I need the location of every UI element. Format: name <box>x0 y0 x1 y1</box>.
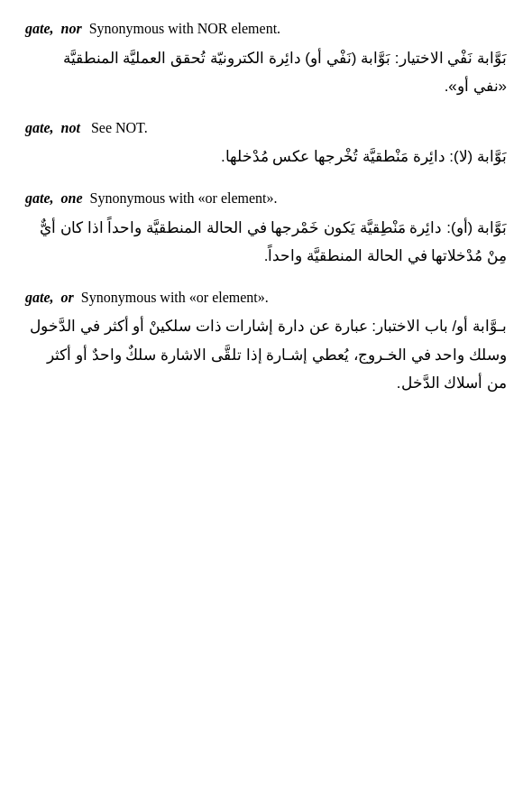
entry-header-gate-one: gate, one Synonymous with «or element». <box>25 188 507 210</box>
term2-gate-not: not <box>58 120 80 135</box>
arabic-gate-one: بَوَّابة (أو): دائِرة مَنْطِقيَّة يَكون … <box>25 214 507 271</box>
dictionary-page: gate, nor Synonymous with NOR element. ب… <box>25 18 507 398</box>
term2-gate-or: or <box>58 290 74 305</box>
definition-en-gate-nor: Synonymous with NOR element. <box>86 21 280 36</box>
term2-gate-nor: nor <box>58 21 82 36</box>
term-gate-not: gate, <box>25 120 54 135</box>
entry-gate-not: gate, not See NOT. بَوَّابة (لا): دائِرة… <box>25 117 507 171</box>
arabic-gate-not: بَوَّابة (لا): دائِرة مَنْطقيَّة تُخْرجه… <box>25 143 507 171</box>
entry-gate-one: gate, one Synonymous with «or element». … <box>25 188 507 271</box>
term-gate-one: gate, <box>25 190 54 206</box>
entry-header-gate-nor: gate, nor Synonymous with NOR element. <box>25 18 507 41</box>
entry-gate-nor: gate, nor Synonymous with NOR element. ب… <box>25 18 507 101</box>
definition-en-gate-one: Synonymous with «or element». <box>87 190 278 206</box>
definition-en-gate-not: See NOT. <box>84 120 148 135</box>
entry-gate-or: gate, or Synonymous with «or element». ب… <box>25 287 507 398</box>
entry-header-gate-or: gate, or Synonymous with «or element». <box>25 287 507 309</box>
term2-gate-one: one <box>58 190 83 206</box>
arabic-gate-or: بـوَّابة أو/ باب الاختبار: عبارة عن دارة… <box>25 312 507 397</box>
entry-header-gate-not: gate, not See NOT. <box>25 117 507 140</box>
arabic-gate-nor: بَوَّابة نَفْي الاختيار: بَوَّابة (نَفْي… <box>25 44 507 101</box>
term-gate-or: gate, <box>25 290 54 305</box>
definition-en-gate-or: Synonymous with «or element». <box>78 290 269 305</box>
term-gate-nor: gate, <box>25 21 54 36</box>
